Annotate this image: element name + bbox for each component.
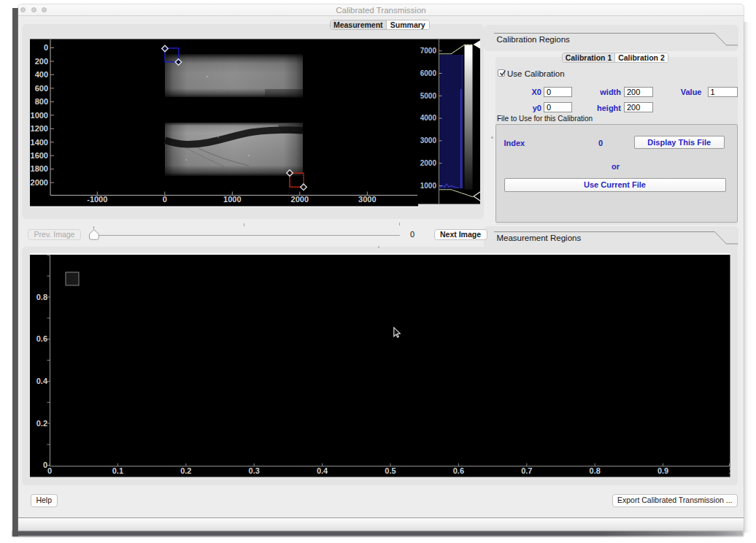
svg-text:-1000: -1000 xyxy=(87,195,107,204)
svg-text:600: 600 xyxy=(35,84,48,93)
svg-text:1000: 1000 xyxy=(31,111,48,120)
svg-text:4000: 4000 xyxy=(420,114,437,122)
svg-text:2000: 2000 xyxy=(420,159,437,167)
svg-text:400: 400 xyxy=(35,70,48,79)
svg-text:3000: 3000 xyxy=(358,195,376,204)
svg-text:0.2: 0.2 xyxy=(36,419,47,428)
svg-text:1: 1 xyxy=(729,466,730,475)
svg-text:800: 800 xyxy=(35,97,48,106)
svg-text:2000: 2000 xyxy=(291,195,309,204)
svg-text:0.3: 0.3 xyxy=(249,466,260,475)
svg-text:5000: 5000 xyxy=(420,92,437,100)
svg-text:0.8: 0.8 xyxy=(590,466,601,475)
svg-text:1000: 1000 xyxy=(223,195,241,204)
svg-text:2000: 2000 xyxy=(31,178,48,187)
svg-text:0: 0 xyxy=(44,43,48,52)
svg-text:1200: 1200 xyxy=(31,124,48,133)
svg-text:200: 200 xyxy=(35,57,48,66)
svg-text:0.1: 0.1 xyxy=(112,466,123,475)
svg-text:0.4: 0.4 xyxy=(36,377,48,385)
svg-text:0: 0 xyxy=(163,195,167,204)
svg-text:0.6: 0.6 xyxy=(453,466,464,475)
svg-text:0.7: 0.7 xyxy=(521,466,532,475)
svg-text:0.2: 0.2 xyxy=(180,466,191,475)
svg-text:1400: 1400 xyxy=(31,138,48,147)
svg-text:0.5: 0.5 xyxy=(385,466,396,475)
svg-text:0: 0 xyxy=(47,466,52,475)
svg-text:7000: 7000 xyxy=(420,47,437,55)
svg-text:1600: 1600 xyxy=(31,151,48,160)
svg-text:6000: 6000 xyxy=(420,69,437,77)
svg-text:0.9: 0.9 xyxy=(657,466,668,475)
svg-text:1000: 1000 xyxy=(420,182,437,190)
svg-text:0.8: 0.8 xyxy=(36,293,47,301)
svg-text:1800: 1800 xyxy=(31,164,48,173)
svg-text:0.4: 0.4 xyxy=(317,466,328,475)
svg-text:3000: 3000 xyxy=(420,136,437,145)
svg-text:0.6: 0.6 xyxy=(36,334,47,343)
